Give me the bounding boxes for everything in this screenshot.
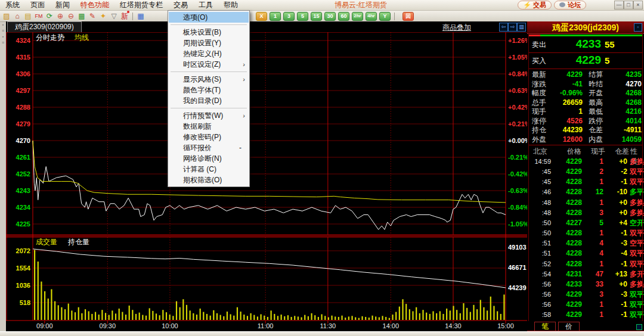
percent-axis-label: +0.84%: [508, 70, 527, 77]
close-button[interactable]: ×: [633, 1, 643, 10]
menubar-item[interactable]: 特色功能: [75, 0, 114, 10]
context-menu-item[interactable]: 显示风格(S)›: [169, 74, 249, 85]
price-axis-label: 4279: [16, 120, 30, 127]
tick-row[interactable]: :4842281+0多换: [527, 198, 644, 208]
app-window: 系统页面新闻特色功能红塔期货专栏交易工具帮助 博易云-红塔期货 ⚡交易 论坛 —…: [0, 0, 644, 336]
context-menu-item[interactable]: 我的目录(D): [169, 95, 249, 106]
period-button-2hr[interactable]: 2hr: [352, 12, 363, 21]
tick-row[interactable]: :56423333+0多换: [527, 279, 644, 290]
tick-row[interactable]: :5042281-1双平: [527, 228, 644, 238]
context-menu-item[interactable]: 选项(O): [169, 12, 249, 23]
context-menu-item-label: 板块设置(B): [183, 28, 221, 36]
period-button-4hr[interactable]: 4hr: [366, 12, 377, 21]
edit-pencil-icon[interactable]: ✎: [87, 11, 98, 21]
tick-header-col: 仓差: [615, 147, 629, 157]
context-menu-item[interactable]: 热键定义(H): [169, 48, 249, 59]
tick-row[interactable]: :5642293-3双平: [527, 290, 644, 300]
open-folder-icon[interactable]: ▨: [1, 11, 12, 21]
context-menu-item[interactable]: 行情预警(W)›: [169, 110, 249, 121]
minimize-button[interactable]: —: [614, 1, 624, 10]
menu-bar: 系统页面新闻特色功能红塔期货专栏交易工具帮助 博易云-红塔期货 ⚡交易 论坛 —…: [0, 0, 644, 11]
tick-row[interactable]: :4542281-1双平: [527, 177, 644, 187]
context-menu-item[interactable]: 数据刷新: [169, 121, 249, 132]
split-view-icon[interactable]: ▥: [517, 23, 526, 32]
overlay-commodity-link[interactable]: 商品叠加: [442, 23, 471, 33]
context-menu-item[interactable]: 颜色字体(T): [169, 85, 249, 95]
context-menu-item-label: 我的目录(D): [183, 97, 222, 105]
new-badge-icon[interactable]: 新: [119, 11, 130, 21]
resize-grip[interactable]: [636, 324, 642, 330]
context-menu-item[interactable]: 周期设置(Y): [169, 38, 249, 48]
context-menu-item[interactable]: 期权筛选(O): [169, 175, 249, 185]
tab-by-price[interactable]: 价: [558, 322, 580, 331]
zoom-in-icon[interactable]: ⊕: [55, 11, 66, 21]
maximize-button[interactable]: □: [624, 1, 633, 10]
context-menu-item[interactable]: 计算器 (C): [169, 164, 249, 175]
trade-button[interactable]: ⚡交易: [518, 1, 552, 10]
tick-row[interactable]: 14:5942291+0多换: [527, 157, 644, 167]
tick-oi-diff: -1: [606, 228, 627, 238]
home-icon[interactable]: ⌂: [12, 11, 23, 21]
nav-left-icon[interactable]: ⇦: [499, 23, 508, 32]
menubar-item[interactable]: 工具: [193, 0, 218, 10]
tick-row[interactable]: :46422812-10多平: [527, 187, 644, 197]
context-menu-item[interactable]: 板块设置(B): [169, 27, 249, 38]
period-button-x[interactable]: X: [256, 12, 267, 21]
report-table-icon[interactable]: ▦: [135, 11, 146, 21]
menubar-item[interactable]: 帮助: [218, 0, 243, 10]
time-axis-label: 10:00: [162, 322, 178, 329]
context-menu-item[interactable]: 网络诊断(N): [169, 153, 249, 164]
tick-row[interactable]: :5242281-1双平: [527, 259, 644, 269]
context-menu-item[interactable]: 修改密码(P): [169, 132, 249, 142]
speech-bubble-icon: [559, 2, 565, 7]
chart-tab-contract[interactable]: 鸡蛋2309(020909): [7, 21, 82, 32]
context-menu-item[interactable]: 循环报价-: [169, 142, 249, 153]
notepad-icon[interactable]: ▤: [23, 11, 33, 21]
stat-row: 总手26659最高4268: [527, 98, 644, 107]
dock-marker: ▪: [0, 34, 6, 40]
nav-right-icon[interactable]: ⇨: [508, 23, 517, 32]
tick-row[interactable]: :5142284-3空平: [527, 238, 644, 248]
percent-axis-label: +0.63%: [508, 87, 527, 94]
chart-series: [33, 141, 506, 320]
menubar-item[interactable]: 系统: [0, 0, 25, 10]
filter-funnel-icon[interactable]: ▽: [109, 11, 119, 21]
period-button-5[interactable]: 5: [297, 12, 308, 21]
tick-row[interactable]: :5042275+4空开: [527, 218, 644, 228]
loop-quote-button[interactable]: 回: [402, 12, 414, 21]
tab-by-tick[interactable]: 笔: [534, 322, 556, 331]
period-button-60[interactable]: 60: [338, 12, 349, 21]
context-menu-item[interactable]: 时区设定(Z)›: [169, 59, 249, 70]
tick-time: :50: [528, 228, 551, 238]
refresh-icon[interactable]: ⟳: [44, 11, 55, 21]
tick-row[interactable]: :5642291-1双平: [527, 300, 644, 310]
percent-axis-label: +0.00%: [508, 137, 527, 144]
tick-row[interactable]: :4842283+0多换: [527, 208, 644, 218]
panel-mini-icon[interactable]: ▫: [634, 23, 642, 32]
tick-row[interactable]: :54423147+13多开: [527, 269, 644, 279]
alarm-bell-icon[interactable]: ✦: [98, 11, 109, 21]
tick-row[interactable]: :4542292-2双平: [527, 167, 644, 177]
context-menu-item-label: 颜色字体(T): [183, 86, 221, 94]
price-axis-label: 4288: [16, 104, 30, 111]
tick-row[interactable]: :5142284-4双平: [527, 248, 644, 259]
period-button-15[interactable]: 15: [311, 12, 322, 21]
period-button-1[interactable]: 1: [270, 12, 281, 21]
percent-axis-label: +1.05%: [508, 54, 527, 61]
period-button-y[interactable]: Y: [379, 12, 391, 21]
tick-row[interactable]: :5842291-1双平: [527, 310, 644, 320]
menubar-item[interactable]: 交易: [168, 0, 193, 10]
blocks-icon[interactable]: ▩: [76, 11, 87, 21]
tick-lots: 4: [584, 238, 603, 248]
context-menu-item-label: 选项(O): [183, 13, 208, 21]
menubar-item[interactable]: 红塔期货专栏: [114, 0, 168, 10]
period-button-3[interactable]: 3: [283, 12, 295, 21]
tick-lots: 1: [584, 157, 603, 167]
tick-lots: 1: [584, 198, 603, 208]
period-button-30[interactable]: 30: [324, 12, 336, 21]
menubar-item[interactable]: 页面: [25, 0, 50, 10]
zoom-out-icon[interactable]: ⊖: [66, 11, 76, 21]
forum-button[interactable]: 论坛: [554, 1, 586, 10]
news-fm-icon[interactable]: FM: [33, 11, 44, 21]
menubar-item[interactable]: 新闻: [50, 0, 75, 10]
